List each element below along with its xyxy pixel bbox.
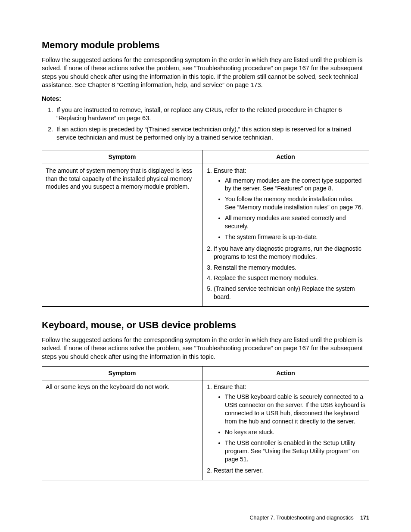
intro-paragraph-memory: Follow the suggested actions for the cor… — [42, 56, 369, 90]
keyboard-table: Symptom Action All or some keys on the k… — [42, 366, 369, 480]
intro-paragraph-keyboard: Follow the suggested actions for the cor… — [42, 336, 369, 361]
table-row: The amount of system memory that is disp… — [42, 164, 369, 306]
action-bullet: No keys are stuck. — [225, 428, 365, 436]
action-step: (Trained service technician only) Replac… — [214, 285, 365, 301]
table-row: All or some keys on the keyboard do not … — [42, 380, 369, 480]
footer-chapter: Chapter 7. Troubleshooting and diagnosti… — [250, 515, 354, 521]
action-step: If you have any diagnostic programs, run… — [214, 245, 365, 261]
note-item: If you are instructed to remove, install… — [55, 106, 369, 123]
action-step: Replace the suspect memory modules. — [214, 274, 365, 282]
section-heading-keyboard: Keyboard, mouse, or USB device problems — [42, 319, 369, 332]
action-cell: Ensure that: All memory modules are the … — [202, 164, 369, 306]
col-header-action: Action — [202, 367, 369, 380]
action-step: Reinstall the memory modules. — [214, 264, 365, 272]
note-item: If an action step is preceded by “(Train… — [55, 125, 369, 142]
action-bullet: The USB keyboard cable is securely conne… — [225, 393, 365, 426]
action-bullet: The system firmware is up-to-date. — [225, 233, 365, 241]
symptom-cell: All or some keys on the keyboard do not … — [42, 380, 202, 480]
action-step-text: Ensure that: — [214, 383, 246, 390]
page-content: Memory module problems Follow the sugges… — [42, 39, 369, 480]
page-footer: Chapter 7. Troubleshooting and diagnosti… — [42, 515, 369, 521]
action-bullet: All memory modules are the correct type … — [225, 177, 365, 193]
notes-list: If you are instructed to remove, install… — [42, 106, 369, 142]
section-heading-memory: Memory module problems — [42, 39, 369, 52]
action-bullet: The USB controller is enabled in the Set… — [225, 439, 365, 464]
action-step: Ensure that: The USB keyboard cable is s… — [214, 383, 365, 463]
action-step-text: Ensure that: — [214, 167, 246, 174]
action-bullet: All memory modules are seated correctly … — [225, 214, 365, 230]
action-bullet: You follow the memory module installatio… — [225, 195, 365, 212]
action-step: Ensure that: All memory modules are the … — [214, 167, 365, 241]
col-header-action: Action — [202, 150, 369, 164]
memory-table: Symptom Action The amount of system memo… — [42, 150, 369, 307]
symptom-cell: The amount of system memory that is disp… — [42, 164, 202, 306]
action-step: Restart the server. — [214, 467, 365, 475]
footer-page-number: 171 — [360, 515, 369, 521]
col-header-symptom: Symptom — [42, 150, 202, 164]
col-header-symptom: Symptom — [42, 367, 202, 380]
action-cell: Ensure that: The USB keyboard cable is s… — [202, 380, 369, 480]
notes-label: Notes: — [42, 95, 369, 103]
